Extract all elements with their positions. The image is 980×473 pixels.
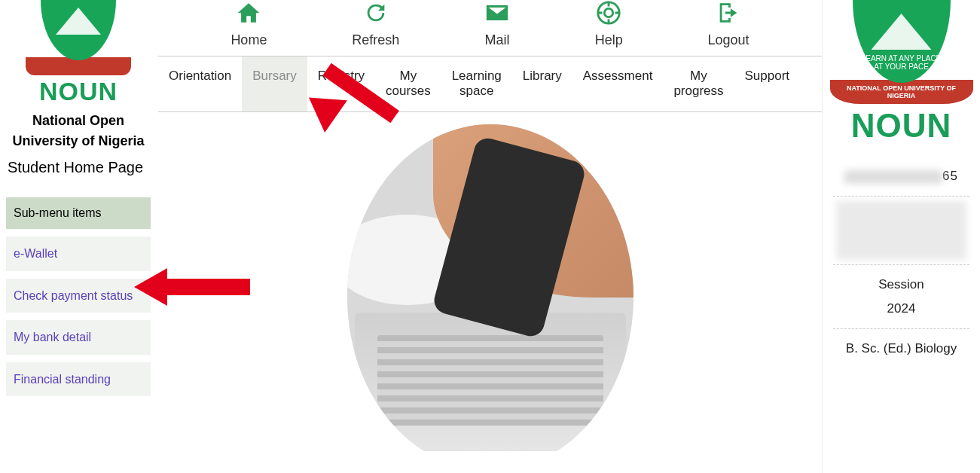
- logo-tagline: LEARN AT ANY PLACE AT YOUR PACE: [853, 54, 951, 71]
- noun-logo-large: LEARN AT ANY PLACE AT YOUR PACE NATIONAL…: [826, 0, 977, 145]
- nav-help-label: Help: [595, 32, 623, 47]
- svg-point-1: [605, 8, 613, 17]
- student-name-redacted: [836, 201, 966, 260]
- session-label: Session: [826, 268, 977, 301]
- tab-bursary[interactable]: Bursary: [242, 56, 307, 111]
- tab-support[interactable]: Support: [734, 56, 801, 111]
- nav-refresh-label: Refresh: [352, 32, 399, 47]
- noun-logo-text: NOUN: [6, 77, 151, 106]
- matric-number: 65: [826, 160, 977, 193]
- logout-icon: [708, 0, 750, 29]
- left-sidebar: NOUN National Open University of Nigeria…: [0, 0, 158, 473]
- main-content: Home Refresh Mail Help: [158, 0, 822, 473]
- nav-mail-label: Mail: [484, 32, 509, 47]
- tab-orientation[interactable]: Orientation: [158, 56, 242, 111]
- session-value: 2024: [826, 301, 977, 325]
- university-name: National Open University of Nigeria: [6, 111, 151, 151]
- programme-of-study: B. Sc. (Ed.) Biology: [826, 332, 977, 365]
- right-sep-1: [833, 196, 969, 197]
- noun-logo-shield: [41, 0, 116, 60]
- top-icon-bar: Home Refresh Mail Help: [158, 0, 822, 53]
- noun-logo-text-large: NOUN: [826, 107, 977, 145]
- nav-home[interactable]: Home: [230, 0, 267, 48]
- right-sep-3: [833, 328, 969, 329]
- nav-home-label: Home: [230, 32, 267, 47]
- matric-number-redacted: [844, 170, 942, 184]
- bursary-submenu: Sub-menu items e-Wallet Check payment st…: [6, 197, 151, 396]
- right-sep-2: [833, 264, 969, 265]
- tab-library[interactable]: Library: [512, 56, 572, 111]
- help-icon: [595, 0, 623, 29]
- content-scroll-area[interactable]: [158, 112, 822, 451]
- page-title: Student Home Page: [8, 159, 151, 176]
- home-icon: [230, 0, 267, 29]
- matric-number-suffix: 65: [942, 169, 958, 183]
- nav-logout[interactable]: Logout: [708, 0, 750, 48]
- hero-image: [347, 124, 633, 451]
- mail-icon: [484, 0, 510, 29]
- logo-ribbon-text: NATIONAL OPEN UNIVERSITY OF NIGERIA: [830, 80, 973, 104]
- nav-help[interactable]: Help: [595, 0, 623, 48]
- submenu-financial-standing[interactable]: Financial standing: [6, 362, 151, 397]
- submenu-my-bank-detail[interactable]: My bank detail: [6, 320, 151, 355]
- submenu-ewallet[interactable]: e-Wallet: [6, 236, 151, 271]
- submenu-header: Sub-menu items: [6, 197, 151, 229]
- right-sidebar: LEARN AT ANY PLACE AT YOUR PACE NATIONAL…: [822, 0, 980, 473]
- tab-learning-space[interactable]: Learning space: [441, 56, 512, 111]
- nav-refresh[interactable]: Refresh: [352, 0, 399, 48]
- refresh-icon: [352, 0, 399, 29]
- nav-mail[interactable]: Mail: [484, 0, 510, 48]
- main-tabs: Orientation Bursary Registry My courses …: [158, 56, 822, 112]
- tab-my-progress[interactable]: My progress: [663, 56, 734, 111]
- tab-assessment[interactable]: Assessment: [572, 56, 664, 111]
- nav-logout-label: Logout: [708, 32, 750, 47]
- submenu-check-payment-status[interactable]: Check payment status: [6, 279, 151, 313]
